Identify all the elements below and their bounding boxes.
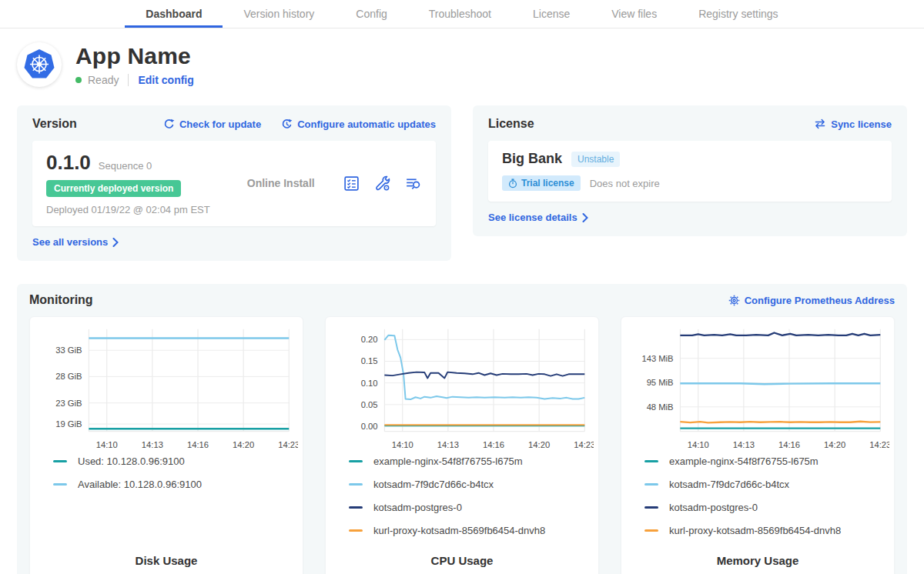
legend-item: kotsadm-7f9dc7d66c-b4tcx [644,479,889,490]
svg-text:48 MiB: 48 MiB [647,402,674,412]
tab-config[interactable]: Config [335,0,407,28]
svg-text:0.00: 0.00 [361,422,378,431]
chart-plot: 0.200.150.100.050.0014:1014:1314:1614:20… [330,323,594,452]
see-license-details-link[interactable]: See license details [488,212,589,223]
legend-dash-icon [644,506,658,509]
chart-legend: example-nginx-54f8f76755-l675mkotsadm-7f… [644,456,889,548]
preflight-checks-icon[interactable] [343,175,360,192]
license-card: Big Bank Unstable Trial license Does not… [488,141,892,202]
legend-label: example-nginx-54f8f76755-l675m [373,456,523,467]
refresh-icon [163,118,175,130]
chevron-right-icon [582,213,589,222]
chart-title: Disk Usage [35,554,298,569]
view-logs-icon[interactable] [404,175,422,192]
legend-label: Used: 10.128.0.96:9100 [78,456,185,467]
config-wrench-icon[interactable] [373,175,391,192]
kubernetes-icon [22,47,57,82]
configure-automatic-updates-link[interactable]: Configure automatic updates [281,118,436,130]
chart-legend: Used: 10.128.0.96:9100Available: 10.128.… [53,456,298,502]
expiry-label: Does not expire [590,178,660,189]
legend-item: kotsadm-7f9dc7d66c-b4tcx [349,479,594,490]
configure-prometheus-link[interactable]: Configure Prometheus Address [728,295,895,306]
svg-text:0.10: 0.10 [361,379,378,388]
tab-registry-settings[interactable]: Registry settings [678,0,798,28]
legend-item: kotsadm-postgres-0 [644,502,889,513]
legend-item: Used: 10.128.0.96:9100 [53,456,298,467]
gear-icon [728,295,740,306]
channel-badge: Unstable [571,152,620,167]
svg-text:14:23: 14:23 [869,440,889,449]
svg-text:0.15: 0.15 [361,356,378,365]
legend-label: Available: 10.128.0.96:9100 [78,479,202,490]
tab-dashboard[interactable]: Dashboard [125,0,223,28]
app-status: Ready [88,74,119,86]
license-heading: License [488,117,534,131]
svg-text:28 GiB: 28 GiB [55,372,82,381]
tab-version-history[interactable]: Version history [223,0,335,28]
see-all-versions-link[interactable]: See all versions [32,236,119,248]
charts-row: 33 GiB28 GiB23 GiB19 GiB14:1014:1314:161… [29,316,895,574]
license-panel: License Sync license Big Bank Unstable [473,105,907,236]
schedule-update-icon [281,118,293,130]
svg-text:14:20: 14:20 [824,440,845,449]
legend-item: example-nginx-54f8f76755-l675m [644,456,889,467]
svg-text:14:16: 14:16 [483,440,504,449]
trial-license-badge: Trial license [502,175,581,191]
chart-card-disk-usage: 33 GiB28 GiB23 GiB19 GiB14:1014:1314:161… [29,316,303,574]
svg-text:14:10: 14:10 [96,440,118,449]
tab-view-files[interactable]: View files [591,0,678,28]
check-for-update-link[interactable]: Check for update [163,118,261,130]
svg-text:14:23: 14:23 [278,440,298,449]
tab-license[interactable]: License [512,0,591,28]
deployed-badge: Currently deployed version [46,180,181,197]
svg-text:33 GiB: 33 GiB [55,345,82,355]
legend-label: kotsadm-7f9dc7d66c-b4tcx [373,479,494,490]
legend-dash-icon [644,460,658,462]
version-panel: Version Check for update Configure autom… [17,105,451,261]
chart-card-cpu-usage: 0.200.150.100.050.0014:1014:1314:1614:20… [325,316,599,574]
chart-card-memory-usage: 143 MiB95 MiB48 MiB14:1014:1314:1614:201… [621,316,895,574]
svg-text:14:13: 14:13 [733,440,755,449]
legend-dash-icon [349,529,363,532]
legend-item: kurl-proxy-kotsadm-8569fb6454-dnvh8 [644,525,889,536]
svg-text:14:20: 14:20 [528,440,550,449]
top-nav: DashboardVersion historyConfigTroublesho… [0,0,924,28]
legend-item: example-nginx-54f8f76755-l675m [349,456,594,467]
svg-text:23 GiB: 23 GiB [55,399,82,408]
svg-text:0.20: 0.20 [361,335,378,344]
chart-plot: 33 GiB28 GiB23 GiB19 GiB14:1014:1314:161… [35,323,298,452]
svg-text:14:13: 14:13 [437,440,459,449]
legend-item: kotsadm-postgres-0 [349,502,594,513]
svg-text:143 MiB: 143 MiB [641,354,673,363]
svg-text:14:13: 14:13 [142,440,163,449]
current-version-card: 0.1.0 Sequence 0 Currently deployed vers… [32,141,436,226]
legend-item: kurl-proxy-kotsadm-8569fb6454-dnvh8 [349,525,594,536]
monitoring-panel: Monitoring Configure Prometheus Address … [17,284,907,574]
svg-text:14:23: 14:23 [574,440,594,449]
legend-dash-icon [53,483,67,486]
legend-label: kotsadm-7f9dc7d66c-b4tcx [669,479,789,490]
app-title-block: App Name Ready Edit config [75,43,194,86]
legend-item: Available: 10.128.0.96:9100 [53,479,298,490]
kots-dashboard-page: DashboardVersion historyConfigTroublesho… [0,0,924,574]
svg-text:95 MiB: 95 MiB [647,378,674,387]
legend-dash-icon [349,460,363,462]
edit-config-link[interactable]: Edit config [138,74,193,86]
version-heading: Version [32,117,77,131]
sync-license-link[interactable]: Sync license [814,118,892,130]
app-title: App Name [75,43,194,69]
svg-text:19 GiB: 19 GiB [55,419,82,429]
sequence-label: Sequence 0 [99,160,152,172]
cards-row: Version Check for update Configure autom… [0,98,924,261]
sync-icon [814,118,826,129]
monitoring-heading: Monitoring [29,293,93,307]
svg-text:0.05: 0.05 [361,400,378,409]
deployed-timestamp: Deployed 01/19/22 @ 02:04 pm EST [46,204,219,215]
stopwatch-icon [508,179,517,189]
legend-dash-icon [644,483,658,486]
legend-label: kurl-proxy-kotsadm-8569fb6454-dnvh8 [373,525,545,536]
chart-plot: 143 MiB95 MiB48 MiB14:1014:1314:1614:201… [626,323,889,452]
tab-troubleshoot[interactable]: Troubleshoot [408,0,512,28]
divider [128,74,129,86]
chart-legend: example-nginx-54f8f76755-l675mkotsadm-7f… [349,456,594,548]
